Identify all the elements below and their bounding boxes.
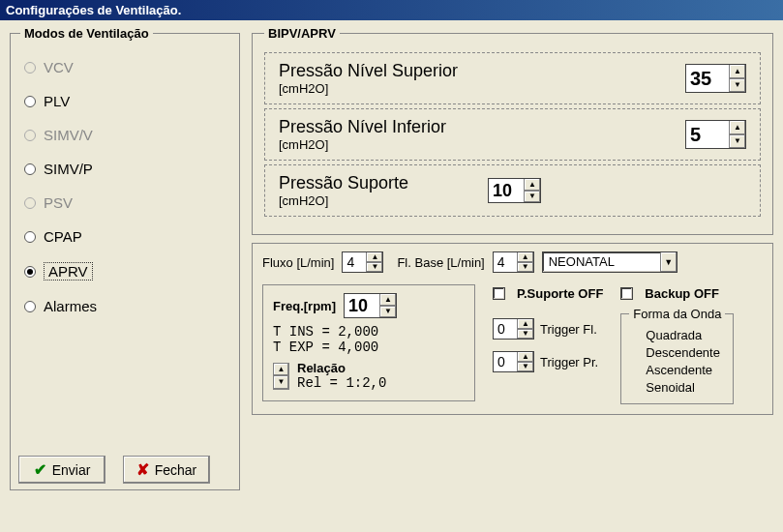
waveform-group: Forma da Onda Quadrada Descendente xyxy=(620,307,734,404)
freq-box: Freq.[rpm] ▲▼ T INS = 2,000 T EXP = 4,00… xyxy=(262,284,475,401)
spin-down-icon[interactable]: ▼ xyxy=(730,135,745,149)
close-icon: ✘ xyxy=(136,460,149,479)
trigger-pr-spinner[interactable]: ▲▼ xyxy=(493,351,534,372)
spin-down-icon[interactable]: ▼ xyxy=(525,192,540,203)
spin-down-icon[interactable]: ▼ xyxy=(518,263,533,273)
trigger-pr-input[interactable] xyxy=(494,352,517,371)
trigger-pr-label: Trigger Pr. xyxy=(540,355,598,369)
patient-type-select[interactable]: NEONATAL ▼ xyxy=(542,251,678,273)
spin-up-icon[interactable]: ▲ xyxy=(274,364,288,377)
radio-icon xyxy=(629,330,640,340)
flbase-spinner[interactable]: ▲▼ xyxy=(493,251,534,273)
mode-radio-alarmes[interactable]: Alarmes xyxy=(24,298,229,314)
freq-input[interactable] xyxy=(345,294,379,317)
bipv-legend: BIPV/APRV xyxy=(264,26,340,41)
radio-icon xyxy=(24,96,36,107)
spin-down-icon[interactable]: ▼ xyxy=(367,263,382,273)
mode-radio-simvp[interactable]: SIMV/P xyxy=(24,161,229,177)
mode-radio-plv[interactable]: PLV xyxy=(24,93,229,109)
relacao-value: Rel = 1:2,0 xyxy=(297,375,386,391)
support-pressure-spinner[interactable]: ▲ ▼ xyxy=(488,178,541,203)
radio-icon xyxy=(24,301,36,312)
psuporte-off-check[interactable]: P.Suporte OFF xyxy=(493,286,603,301)
support-pressure-unit: [cmH2O] xyxy=(279,193,472,208)
trigger-fl-input[interactable] xyxy=(494,319,517,339)
lower-pressure-spinner[interactable]: ▲ ▼ xyxy=(685,120,746,149)
spin-down-icon[interactable]: ▼ xyxy=(518,330,533,340)
t-ins-value: T INS = 2,000 xyxy=(273,324,465,340)
freq-label: Freq.[rpm] xyxy=(273,299,336,313)
radio-icon xyxy=(24,163,36,175)
t-exp-value: T EXP = 4,000 xyxy=(273,340,465,355)
spin-up-icon[interactable]: ▲ xyxy=(730,65,745,79)
lower-pressure-input[interactable] xyxy=(686,121,729,148)
bottom-panel: Fluxo [L/min] ▲▼ Fl. Base [L/min] ▲▼ NEO… xyxy=(252,243,773,415)
relacao-label: Relação xyxy=(297,361,386,375)
waveform-radio-ascendente[interactable]: Ascendente xyxy=(629,363,725,377)
upper-pressure-box: Pressão Nível Superior [cmH2O] ▲ ▼ xyxy=(264,52,761,104)
bipv-aprv-group: BIPV/APRV Pressão Nível Superior [cmH2O]… xyxy=(252,26,773,235)
waveform-legend: Forma da Onda xyxy=(629,307,725,321)
window-titlebar: Configurações de Ventilação. xyxy=(0,0,783,20)
fluxo-label: Fluxo [L/min] xyxy=(262,255,334,270)
modes-legend: Modos de Ventilação xyxy=(20,26,153,41)
spin-up-icon[interactable]: ▲ xyxy=(525,179,540,192)
window-title: Configurações de Ventilação. xyxy=(6,3,181,17)
fluxo-spinner[interactable]: ▲▼ xyxy=(342,251,383,273)
trigger-fl-spinner[interactable]: ▲▼ xyxy=(493,318,534,340)
flbase-label: Fl. Base [L/min] xyxy=(397,255,484,270)
mode-radio-cpap[interactable]: CPAP xyxy=(24,228,229,245)
trigger-fl-label: Trigger Fl. xyxy=(540,322,597,337)
mode-radio-aprv[interactable]: APRV xyxy=(24,262,229,281)
radio-icon xyxy=(629,382,640,393)
waveform-radio-senoidal[interactable]: Senoidal xyxy=(629,380,725,395)
lower-pressure-box: Pressão Nível Inferior [cmH2O] ▲ ▼ xyxy=(264,108,761,161)
backup-off-check[interactable]: Backup OFF xyxy=(620,286,734,301)
flbase-input[interactable] xyxy=(494,252,517,272)
radio-icon xyxy=(24,62,36,74)
check-icon: ✔ xyxy=(34,460,46,479)
send-button[interactable]: ✔ Enviar xyxy=(18,456,105,484)
spin-down-icon[interactable]: ▼ xyxy=(518,363,533,372)
spin-down-icon[interactable]: ▼ xyxy=(380,307,396,318)
patient-type-value: NEONATAL xyxy=(543,252,660,272)
support-pressure-label: Pressão Suporte xyxy=(279,173,472,193)
mode-radio-vcv: VCV xyxy=(24,59,229,75)
upper-pressure-input[interactable] xyxy=(686,65,729,92)
radio-icon xyxy=(24,266,36,278)
radio-icon xyxy=(629,347,640,358)
spin-down-icon[interactable]: ▼ xyxy=(274,376,288,389)
checkbox-icon xyxy=(493,287,505,300)
waveform-radio-quadrada[interactable]: Quadrada xyxy=(629,328,725,342)
spin-up-icon[interactable]: ▲ xyxy=(518,352,533,363)
mode-radio-psv: PSV xyxy=(24,194,229,211)
close-button[interactable]: ✘ Fechar xyxy=(123,456,210,484)
support-pressure-input[interactable] xyxy=(489,179,524,202)
support-pressure-box: Pressão Suporte [cmH2O] ▲ ▼ xyxy=(264,164,761,217)
radio-icon xyxy=(24,197,36,209)
ventilation-modes-group: Modos de Ventilação VCV PLV SIMV/V SIMV/… xyxy=(10,26,240,490)
checkbox-icon xyxy=(620,287,633,300)
spin-up-icon[interactable]: ▲ xyxy=(380,294,396,307)
radio-icon xyxy=(629,365,640,375)
lower-pressure-label: Pressão Nível Inferior xyxy=(279,117,670,137)
mode-radio-simvv: SIMV/V xyxy=(24,127,229,143)
upper-pressure-unit: [cmH2O] xyxy=(279,81,670,96)
upper-pressure-label: Pressão Nível Superior xyxy=(279,61,670,81)
chevron-down-icon[interactable]: ▼ xyxy=(660,252,677,272)
radio-icon xyxy=(24,130,36,141)
spin-up-icon[interactable]: ▲ xyxy=(518,319,533,330)
fluxo-input[interactable] xyxy=(343,252,366,272)
spin-up-icon[interactable]: ▲ xyxy=(367,252,382,263)
waveform-radio-descendente[interactable]: Descendente xyxy=(629,345,725,360)
spin-up-icon[interactable]: ▲ xyxy=(730,121,745,135)
spin-down-icon[interactable]: ▼ xyxy=(730,79,745,93)
lower-pressure-unit: [cmH2O] xyxy=(279,137,670,152)
spin-up-icon[interactable]: ▲ xyxy=(518,252,533,263)
radio-icon xyxy=(24,231,36,243)
upper-pressure-spinner[interactable]: ▲ ▼ xyxy=(685,64,746,93)
freq-spinner[interactable]: ▲▼ xyxy=(344,293,397,318)
